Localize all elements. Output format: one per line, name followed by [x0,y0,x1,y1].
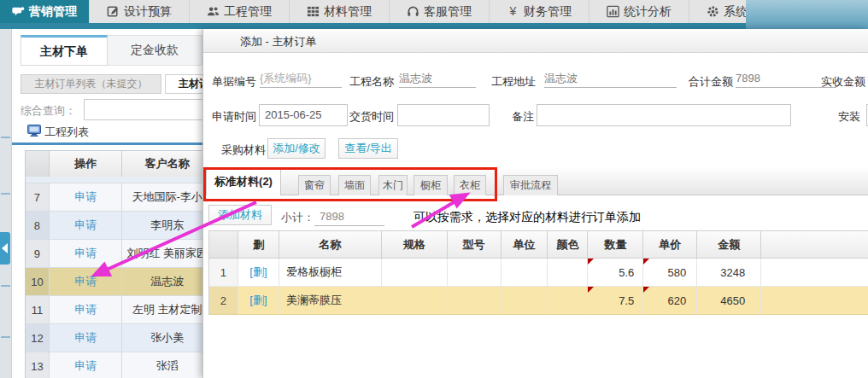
subtotal-underline [314,225,384,226]
material-qty-cell[interactable]: 5.6 [588,259,643,287]
search-input[interactable] [84,99,202,120]
nav-tab-statistics[interactable]: 统计分析 [589,0,689,23]
delivery-date-label: 交货时间 [349,109,394,125]
install-label: 安装 [838,109,860,125]
panel-collapse-handle[interactable] [0,232,10,265]
apply-date-label: 申请时间 [212,109,256,125]
doc-no-field[interactable]: {系统编码} [260,69,342,88]
nav-tab-label: 设计预算 [124,4,172,20]
tab-cabinet[interactable]: 橱柜 [413,175,448,195]
view-export-button[interactable]: 查看/导出 [338,138,398,159]
header-qty: 数量 [588,231,643,258]
material-spec [382,259,448,287]
customer-name: 左明 主材定制 [122,296,202,324]
apply-link[interactable]: 申请 [74,302,97,317]
apply-link[interactable]: 申请 [74,246,97,261]
table-row[interactable]: 12 申请 张小美 [26,324,202,352]
project-name-field[interactable]: 温志波 [399,69,476,88]
delete-link[interactable]: [删] [249,293,267,308]
search-label: 综合查询： [21,103,76,119]
apply-link[interactable]: 申请 [74,189,97,205]
material-color [548,287,588,315]
apply-link[interactable]: 申请 [74,358,97,374]
nav-tab-label: 材料管理 [324,4,372,20]
row-number: 8 [26,212,50,240]
nav-tab-label: 统计分析 [624,4,672,20]
purchase-material-label: 采购材料 [221,142,266,158]
gutter-dash [1,336,10,338]
table-row[interactable]: 13 申请 张滔 [26,352,202,378]
panel-resize-gutter [0,29,12,378]
nav-tab-project-mgmt[interactable]: 工程管理 [190,0,290,23]
customer-name: 李明东 [122,212,202,240]
material-name: 爱格板橱柜 [279,259,382,287]
nav-tab-finance[interactable]: ¥ 财务管理 [490,0,589,23]
material-price-cell[interactable]: 580 [643,259,697,287]
delivery-date-input[interactable] [397,104,490,126]
apply-link[interactable]: 申请 [74,274,97,289]
header-amount: 金额 [697,231,761,258]
doc-no-label: 单据编号 [212,74,256,90]
tab-wall[interactable]: 墙面 [338,175,371,195]
grid-icon [307,5,320,18]
material-qty-cell[interactable]: 7.5 [588,287,643,315]
row-number: 10 [26,268,50,296]
button-material-order[interactable]: 主材订单 [165,74,202,94]
material-row-selected[interactable]: 2 [删] 美澜蒂膜压 7.5 620 4650 [209,287,868,315]
nav-tab-customer-service[interactable]: 客服管理 [390,0,490,23]
row-number: 1 [209,259,238,287]
apply-link[interactable]: 申请 [74,218,97,233]
gutter-dash [1,285,10,287]
tab-main-material-order[interactable]: 主材下单 [21,35,108,66]
table-row[interactable]: 8 申请 李明东 [26,212,202,240]
material-model [448,259,501,287]
material-extra [761,259,868,287]
subtotal-value: 7898 [320,210,344,223]
apply-link[interactable]: 申请 [74,330,97,346]
remark-input[interactable] [537,104,791,126]
material-row[interactable]: 1 [删] 爱格板橱柜 5.6 580 3248 [209,259,868,287]
row-number: 11 [26,296,50,324]
table-row-selected[interactable]: 10 申请 温志波 [26,268,202,296]
header-customer: 客户名称 [122,151,202,177]
tab-deposit-collection[interactable]: 定金收款 [108,35,202,66]
table-row[interactable]: 11 申请 左明 主材定制 [26,296,202,324]
material-extra [761,287,868,315]
gutter-dash [1,193,10,195]
customer-name: 温志波 [122,268,202,296]
nav-right-gradient [746,0,868,29]
material-unit [501,259,548,287]
total-amount-label: 合计金额 [689,74,733,90]
project-addr-field[interactable]: 温志波 [544,69,677,88]
apply-date-input[interactable]: 2015-06-25 [259,104,348,126]
project-addr-label: 工程地址 [491,74,536,90]
row-number: 7 [26,183,50,212]
tab-approval-flow[interactable]: 审批流程 [503,175,558,195]
nav-tab-marketing[interactable]: 营销管理 [0,0,90,23]
sidebar-panel: 主材下单 定金收款 主材订单列表（未提交） 主材订单 综合查询： 工程列表 操作… [12,29,202,378]
nav-tab-design-budget[interactable]: 设计预算 [90,0,190,23]
header-delete: 删 [238,231,279,258]
delete-link[interactable]: [删] [249,265,267,280]
project-table-header: 操作 客户名称 [26,151,202,177]
monitor-icon [27,125,42,137]
material-amount: 4650 [697,287,761,315]
collapse-arrow-icon [2,243,8,253]
customer-name: 张小美 [122,324,202,352]
table-row[interactable]: 9 申请 刘明红 美丽家园 [26,240,202,268]
nav-tab-material-mgmt[interactable]: 材料管理 [290,0,390,23]
annotation-text: 可以按需求，选择对应的材料进行订单添加 [413,210,641,225]
material-price-cell[interactable]: 620 [643,287,697,315]
add-material-order-dialog: 添加 - 主材订单 单据编号 {系统编码} 工程名称 温志波 工程地址 温志波 … [202,29,868,378]
tab-wood-door[interactable]: 木门 [378,175,408,195]
table-row[interactable]: 7 申请 天地国际-李小 [26,183,202,212]
tab-curtain[interactable]: 窗帘 [298,175,331,195]
nav-tab-label: 财务管理 [524,4,572,20]
add-edit-button[interactable]: 添加/修改 [267,138,326,159]
header-extra [761,231,868,258]
row-number: 13 [26,352,50,378]
tab-standard-material[interactable]: 标准材料(2) [206,168,281,195]
add-material-button[interactable]: 添加材料 [208,205,272,225]
tab-wardrobe[interactable]: 衣柜 [454,175,486,195]
button-order-list-unsubmitted[interactable]: 主材订单列表（未提交） [21,74,161,94]
